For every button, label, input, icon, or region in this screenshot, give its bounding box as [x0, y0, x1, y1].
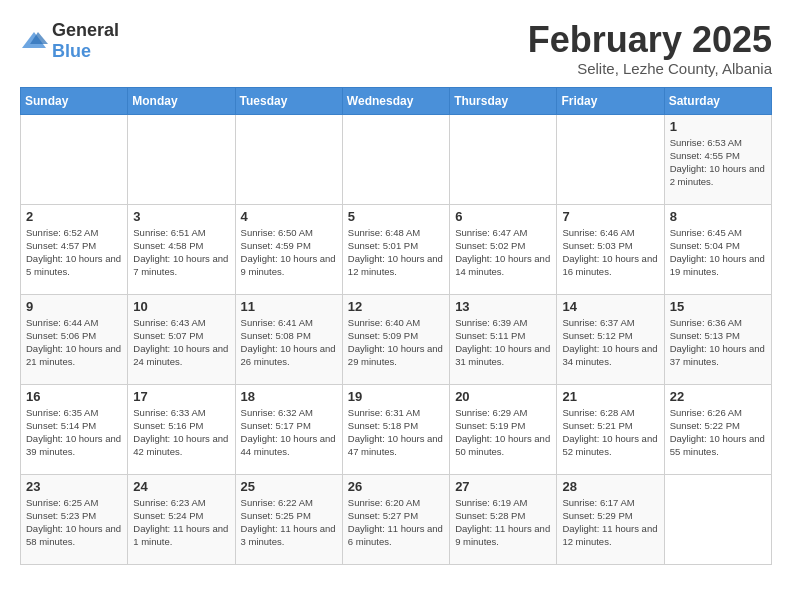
- day-number: 16: [26, 389, 122, 404]
- day-number: 5: [348, 209, 444, 224]
- day-number: 19: [348, 389, 444, 404]
- column-header-friday: Friday: [557, 87, 664, 114]
- day-info: Sunrise: 6:25 AM Sunset: 5:23 PM Dayligh…: [26, 496, 122, 549]
- calendar-cell: [235, 114, 342, 204]
- calendar-cell: 2Sunrise: 6:52 AM Sunset: 4:57 PM Daylig…: [21, 204, 128, 294]
- day-number: 21: [562, 389, 658, 404]
- calendar-cell: [664, 474, 771, 564]
- calendar-cell: 16Sunrise: 6:35 AM Sunset: 5:14 PM Dayli…: [21, 384, 128, 474]
- main-title: February 2025: [528, 20, 772, 60]
- calendar-cell: 18Sunrise: 6:32 AM Sunset: 5:17 PM Dayli…: [235, 384, 342, 474]
- day-number: 22: [670, 389, 766, 404]
- week-row-3: 9Sunrise: 6:44 AM Sunset: 5:06 PM Daylig…: [21, 294, 772, 384]
- calendar-cell: 21Sunrise: 6:28 AM Sunset: 5:21 PM Dayli…: [557, 384, 664, 474]
- day-info: Sunrise: 6:47 AM Sunset: 5:02 PM Dayligh…: [455, 226, 551, 279]
- week-row-5: 23Sunrise: 6:25 AM Sunset: 5:23 PM Dayli…: [21, 474, 772, 564]
- calendar-cell: [557, 114, 664, 204]
- day-number: 11: [241, 299, 337, 314]
- day-info: Sunrise: 6:44 AM Sunset: 5:06 PM Dayligh…: [26, 316, 122, 369]
- day-info: Sunrise: 6:29 AM Sunset: 5:19 PM Dayligh…: [455, 406, 551, 459]
- calendar-cell: 8Sunrise: 6:45 AM Sunset: 5:04 PM Daylig…: [664, 204, 771, 294]
- day-number: 17: [133, 389, 229, 404]
- day-number: 28: [562, 479, 658, 494]
- day-number: 18: [241, 389, 337, 404]
- calendar-cell: 17Sunrise: 6:33 AM Sunset: 5:16 PM Dayli…: [128, 384, 235, 474]
- day-number: 9: [26, 299, 122, 314]
- day-number: 23: [26, 479, 122, 494]
- calendar-cell: [128, 114, 235, 204]
- calendar-cell: 20Sunrise: 6:29 AM Sunset: 5:19 PM Dayli…: [450, 384, 557, 474]
- day-info: Sunrise: 6:33 AM Sunset: 5:16 PM Dayligh…: [133, 406, 229, 459]
- day-info: Sunrise: 6:36 AM Sunset: 5:13 PM Dayligh…: [670, 316, 766, 369]
- day-info: Sunrise: 6:46 AM Sunset: 5:03 PM Dayligh…: [562, 226, 658, 279]
- calendar-cell: 12Sunrise: 6:40 AM Sunset: 5:09 PM Dayli…: [342, 294, 449, 384]
- subtitle: Selite, Lezhe County, Albania: [528, 60, 772, 77]
- day-info: Sunrise: 6:19 AM Sunset: 5:28 PM Dayligh…: [455, 496, 551, 549]
- title-area: February 2025 Selite, Lezhe County, Alba…: [528, 20, 772, 77]
- header: General Blue February 2025 Selite, Lezhe…: [20, 20, 772, 77]
- calendar-cell: [21, 114, 128, 204]
- column-header-tuesday: Tuesday: [235, 87, 342, 114]
- logo: General Blue: [20, 20, 119, 62]
- column-header-sunday: Sunday: [21, 87, 128, 114]
- day-info: Sunrise: 6:35 AM Sunset: 5:14 PM Dayligh…: [26, 406, 122, 459]
- header-row: SundayMondayTuesdayWednesdayThursdayFrid…: [21, 87, 772, 114]
- day-info: Sunrise: 6:23 AM Sunset: 5:24 PM Dayligh…: [133, 496, 229, 549]
- calendar-cell: 7Sunrise: 6:46 AM Sunset: 5:03 PM Daylig…: [557, 204, 664, 294]
- calendar-cell: 3Sunrise: 6:51 AM Sunset: 4:58 PM Daylig…: [128, 204, 235, 294]
- calendar-table: SundayMondayTuesdayWednesdayThursdayFrid…: [20, 87, 772, 565]
- calendar-cell: 28Sunrise: 6:17 AM Sunset: 5:29 PM Dayli…: [557, 474, 664, 564]
- day-info: Sunrise: 6:51 AM Sunset: 4:58 PM Dayligh…: [133, 226, 229, 279]
- logo-text: General Blue: [52, 20, 119, 62]
- calendar-cell: 11Sunrise: 6:41 AM Sunset: 5:08 PM Dayli…: [235, 294, 342, 384]
- day-number: 14: [562, 299, 658, 314]
- column-header-thursday: Thursday: [450, 87, 557, 114]
- day-number: 10: [133, 299, 229, 314]
- logo-icon: [20, 30, 48, 52]
- day-info: Sunrise: 6:45 AM Sunset: 5:04 PM Dayligh…: [670, 226, 766, 279]
- column-header-saturday: Saturday: [664, 87, 771, 114]
- day-info: Sunrise: 6:32 AM Sunset: 5:17 PM Dayligh…: [241, 406, 337, 459]
- column-header-wednesday: Wednesday: [342, 87, 449, 114]
- day-info: Sunrise: 6:17 AM Sunset: 5:29 PM Dayligh…: [562, 496, 658, 549]
- calendar-cell: 5Sunrise: 6:48 AM Sunset: 5:01 PM Daylig…: [342, 204, 449, 294]
- day-info: Sunrise: 6:20 AM Sunset: 5:27 PM Dayligh…: [348, 496, 444, 549]
- calendar-cell: 13Sunrise: 6:39 AM Sunset: 5:11 PM Dayli…: [450, 294, 557, 384]
- day-number: 1: [670, 119, 766, 134]
- day-number: 7: [562, 209, 658, 224]
- calendar-cell: 14Sunrise: 6:37 AM Sunset: 5:12 PM Dayli…: [557, 294, 664, 384]
- calendar-cell: [450, 114, 557, 204]
- calendar-cell: 1Sunrise: 6:53 AM Sunset: 4:55 PM Daylig…: [664, 114, 771, 204]
- calendar-cell: 6Sunrise: 6:47 AM Sunset: 5:02 PM Daylig…: [450, 204, 557, 294]
- day-number: 25: [241, 479, 337, 494]
- day-number: 8: [670, 209, 766, 224]
- day-info: Sunrise: 6:39 AM Sunset: 5:11 PM Dayligh…: [455, 316, 551, 369]
- day-info: Sunrise: 6:31 AM Sunset: 5:18 PM Dayligh…: [348, 406, 444, 459]
- day-info: Sunrise: 6:37 AM Sunset: 5:12 PM Dayligh…: [562, 316, 658, 369]
- day-number: 2: [26, 209, 122, 224]
- day-number: 27: [455, 479, 551, 494]
- logo-blue: Blue: [52, 41, 91, 61]
- day-number: 6: [455, 209, 551, 224]
- day-info: Sunrise: 6:28 AM Sunset: 5:21 PM Dayligh…: [562, 406, 658, 459]
- calendar-cell: 23Sunrise: 6:25 AM Sunset: 5:23 PM Dayli…: [21, 474, 128, 564]
- week-row-4: 16Sunrise: 6:35 AM Sunset: 5:14 PM Dayli…: [21, 384, 772, 474]
- column-header-monday: Monday: [128, 87, 235, 114]
- calendar-cell: 9Sunrise: 6:44 AM Sunset: 5:06 PM Daylig…: [21, 294, 128, 384]
- day-number: 24: [133, 479, 229, 494]
- day-info: Sunrise: 6:48 AM Sunset: 5:01 PM Dayligh…: [348, 226, 444, 279]
- calendar-cell: 22Sunrise: 6:26 AM Sunset: 5:22 PM Dayli…: [664, 384, 771, 474]
- calendar-cell: 19Sunrise: 6:31 AM Sunset: 5:18 PM Dayli…: [342, 384, 449, 474]
- calendar-cell: 15Sunrise: 6:36 AM Sunset: 5:13 PM Dayli…: [664, 294, 771, 384]
- day-number: 3: [133, 209, 229, 224]
- week-row-1: 1Sunrise: 6:53 AM Sunset: 4:55 PM Daylig…: [21, 114, 772, 204]
- day-info: Sunrise: 6:40 AM Sunset: 5:09 PM Dayligh…: [348, 316, 444, 369]
- week-row-2: 2Sunrise: 6:52 AM Sunset: 4:57 PM Daylig…: [21, 204, 772, 294]
- day-number: 15: [670, 299, 766, 314]
- day-number: 4: [241, 209, 337, 224]
- calendar-cell: 24Sunrise: 6:23 AM Sunset: 5:24 PM Dayli…: [128, 474, 235, 564]
- calendar-cell: 4Sunrise: 6:50 AM Sunset: 4:59 PM Daylig…: [235, 204, 342, 294]
- calendar-cell: 25Sunrise: 6:22 AM Sunset: 5:25 PM Dayli…: [235, 474, 342, 564]
- day-number: 26: [348, 479, 444, 494]
- day-info: Sunrise: 6:43 AM Sunset: 5:07 PM Dayligh…: [133, 316, 229, 369]
